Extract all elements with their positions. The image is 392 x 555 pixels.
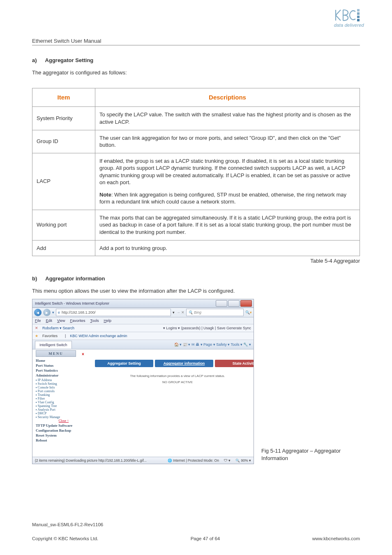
table-cell-desc: To specify the LACP value. The switch wi… xyxy=(95,107,360,130)
table-cell-item: Working port xyxy=(32,210,95,240)
page-footer: Manual_sw-ESML6-FL2-Rev1106 Copyright © … xyxy=(32,522,360,541)
sidebar-close[interactable]: Close ↑ xyxy=(36,419,76,423)
footer-page: Page 47 of 64 xyxy=(191,536,220,541)
stop-icon[interactable]: → ✕ xyxy=(176,310,184,314)
sidebar-item[interactable]: Administrator xyxy=(36,373,76,377)
sidebar-sub-item[interactable]: ▪ Trunking xyxy=(36,393,76,397)
section-b-title: Aggregator information xyxy=(45,275,105,282)
sidebar-sub-item[interactable]: ▪ IP Address xyxy=(36,378,76,382)
app-sidebar: MENU HomePort StatusPort StatisticsAdmin… xyxy=(32,348,78,457)
sidebar-item[interactable]: Configuration Backup xyxy=(36,428,76,432)
col-header-item: Item xyxy=(32,88,95,107)
internet-zone-icon: 🌐 xyxy=(168,458,172,462)
sidebar-item[interactable]: Reset System xyxy=(36,433,76,437)
url-text: http://192.168.1.200/ xyxy=(62,310,96,314)
section-b-heading: b)Aggregator information xyxy=(32,275,360,282)
sidebar-sub-item[interactable]: ▪ DHCP xyxy=(36,412,76,415)
protected-mode-icon: 🛡 ▾ xyxy=(224,458,231,462)
svg-rect-1 xyxy=(357,12,360,15)
status-zoom: 90% xyxy=(241,458,248,462)
table-cell-desc: If enabled, the group is set as a LACP s… xyxy=(95,153,360,210)
sidebar-sub-item[interactable]: ▪ Analysis Port xyxy=(36,408,76,412)
sidebar-sub-item[interactable]: ▪ Port controls xyxy=(36,389,76,393)
section-a-heading: a)Aggregator Setting xyxy=(32,57,360,63)
section-a-title: Aggregator Setting xyxy=(45,57,94,63)
toolbar-row-1: ✕ Robofarm ▾ Search ▾ Logins ▾ (passcard… xyxy=(32,324,254,332)
figure-caption: Fig 5-11 Aggregator – Aggregator Informa… xyxy=(261,447,360,464)
search-box[interactable]: 🔍 Bing xyxy=(186,309,244,316)
aggregator-info-line2: NO GROUP ACTIVE xyxy=(82,379,254,385)
tab-title: Intelligent Switch xyxy=(39,343,67,347)
favorites-items[interactable]: KBC WEM Admin exchange admin xyxy=(70,334,127,338)
menu-item[interactable]: Tools xyxy=(90,319,99,323)
search-icon: 🔍 xyxy=(188,310,193,314)
sidebar-item[interactable]: Port Statistics xyxy=(36,368,76,372)
status-left: (2 items remaining) Downloading picture … xyxy=(35,458,147,462)
svg-rect-0 xyxy=(357,9,360,12)
section-b-intro: This menu option allows the user to view… xyxy=(32,287,360,295)
menu-item[interactable]: Help xyxy=(104,319,111,323)
menu-item[interactable]: View xyxy=(57,319,65,323)
search-go-icon[interactable]: 🔍▾ xyxy=(245,310,252,314)
window-maximize-button[interactable] xyxy=(228,300,240,307)
browser-tab[interactable]: Intelligent Switch xyxy=(35,341,72,349)
footer-url: www.kbcnetworks.com xyxy=(312,536,360,541)
sidebar-sub-item[interactable]: ▪ Filter xyxy=(36,397,76,400)
menu-item[interactable]: Favorites xyxy=(70,319,85,323)
section-b-letter: b) xyxy=(32,275,37,282)
table-cell-item: LACP xyxy=(32,153,95,210)
svg-rect-2 xyxy=(357,16,360,18)
sidebar-sub-item[interactable]: ▪ Vlan Config xyxy=(36,400,76,404)
status-zone: Internet | Protected Mode: On xyxy=(173,458,219,462)
sidebar-sub-item[interactable]: ▪ Spanning Tree xyxy=(36,404,76,408)
table-cell-desc: Add a port to trunking group. xyxy=(95,240,360,256)
section-a-letter: a) xyxy=(32,57,37,63)
brand-tagline: data delivered xyxy=(334,23,364,28)
brand-logo: data delivered xyxy=(334,8,364,28)
footer-manual: Manual_sw-ESML6-FL2-Rev1106 xyxy=(32,522,360,527)
nav-back-button[interactable]: ◄ xyxy=(34,309,42,316)
table-cell-desc: The max ports that can be aggregated sim… xyxy=(95,210,360,240)
aggregator-info-line1: The following information provides a vie… xyxy=(82,373,254,379)
table-cell-item: Add xyxy=(32,240,95,256)
browser-menubar: FileEditViewFavoritesToolsHelp xyxy=(32,317,254,324)
sidebar-sub-item[interactable]: ▪ Switch Setting xyxy=(36,382,76,386)
menu-item[interactable]: Edit xyxy=(46,319,53,323)
zoom-icon[interactable]: 🔍 xyxy=(235,458,240,462)
panel-close-icon[interactable]: × xyxy=(82,352,254,356)
sidebar-sub-item[interactable]: ▪ Console Info xyxy=(36,386,76,389)
header-title: Ethernet Switch User Manual xyxy=(32,38,101,44)
dropdown-icon[interactable]: ▾ xyxy=(52,310,54,314)
sidebar-sub-item[interactable]: ▪ Security Manage xyxy=(36,415,76,419)
svg-rect-3 xyxy=(357,19,360,21)
nav-forward-button[interactable]: ► xyxy=(43,309,51,316)
tab-aggregator-setting[interactable]: Aggregator Setting xyxy=(95,360,153,367)
window-title: Intelligent Switch - Windows Internet Ex… xyxy=(35,301,109,305)
window-titlebar: Intelligent Switch - Windows Internet Ex… xyxy=(32,299,254,308)
sidebar-item[interactable]: Home xyxy=(36,358,76,363)
tab-aggregator-information[interactable]: Aggregator information xyxy=(155,360,213,367)
section-a-intro: The aggregator is configured as follows: xyxy=(32,69,360,76)
sidebar-item[interactable]: Reboot xyxy=(36,438,76,442)
ie-icon: e xyxy=(58,310,60,314)
sidebar-item[interactable]: Port Status xyxy=(36,363,76,368)
menu-item[interactable]: File xyxy=(35,319,41,323)
table-cell-item: Group ID xyxy=(32,130,95,153)
footer-copyright: Copyright © KBC Networks Ltd. xyxy=(32,536,98,541)
window-minimize-button[interactable] xyxy=(216,300,227,307)
sidebar-menu-label: MENU xyxy=(36,350,76,357)
toolbar-items[interactable]: ▾ Logins ▾ (passcards) | Usagk | Save Ge… xyxy=(163,326,251,330)
favorites-star-icon[interactable]: ★ xyxy=(35,334,38,338)
sidebar-item[interactable]: TFTP Update Software xyxy=(36,423,76,428)
favorites-label[interactable]: Favorites xyxy=(42,334,58,338)
toolbar-row-2: ★ Favorites | KBC WEM Admin exchange adm… xyxy=(32,332,254,340)
table-caption: Table 5-4 Aggregator xyxy=(32,258,360,264)
address-bar[interactable]: e http://192.168.1.200/ xyxy=(56,309,171,316)
table-cell-item: System Priority xyxy=(32,107,95,130)
toolbar-search-label[interactable]: Robofarm ▾ Search xyxy=(42,326,74,330)
window-close-button[interactable] xyxy=(240,300,252,307)
tab-tool-icons[interactable]: 🏠 ▾ 📰 ▾ ✉ 🖶 ▾ Page ▾ Safety ▾ Tools ▾ 🔧 … xyxy=(174,342,251,347)
refresh-icon[interactable]: ▾ xyxy=(173,310,175,314)
tab-state-activity[interactable]: State Activity xyxy=(215,360,254,367)
table-cell-desc: The user can link aggregation for two or… xyxy=(95,130,360,153)
